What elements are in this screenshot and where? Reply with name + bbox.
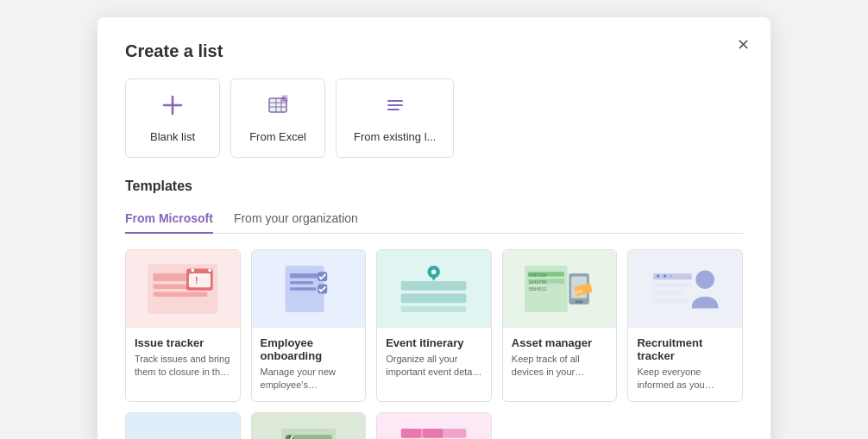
templates-section-title: Templates — [125, 179, 743, 194]
svg-rect-28 — [401, 293, 467, 303]
template-thumb-asset: 5487156 1649786 5564512 25$ — [503, 250, 617, 328]
svg-text:5487156: 5487156 — [529, 273, 547, 278]
template-card-issue-tracker[interactable]: ! Issue tracker Track issues and bring t… — [125, 249, 241, 402]
template-desc-issue: Track issues and bring them to closure i… — [135, 353, 231, 379]
template-card-content-scheduler[interactable]: ✦ Content scheduler Plan, schedule, and … — [376, 412, 492, 439]
svg-text:!: ! — [195, 275, 198, 285]
svg-text:1649786: 1649786 — [529, 279, 547, 285]
create-list-modal: Create a list ✕ Blank list — [97, 17, 771, 439]
close-button[interactable]: ✕ — [729, 31, 757, 59]
svg-rect-51 — [652, 291, 683, 295]
template-name-event: Event itinerary — [386, 336, 482, 349]
svg-text:E: E — [282, 96, 286, 102]
template-info-event: Event itinerary Organize all your import… — [377, 328, 491, 388]
template-info-employee: Employee onboarding Manage your new empl… — [252, 328, 366, 401]
from-existing-label: From existing l... — [354, 130, 436, 143]
svg-rect-24 — [290, 287, 317, 291]
template-thumb-issue: ! — [126, 250, 240, 328]
svg-text:★: ★ — [668, 273, 672, 279]
svg-rect-42 — [576, 301, 583, 304]
template-card-work-progress[interactable]: Work progress tracker Track priorities a… — [251, 412, 367, 439]
svg-rect-66 — [401, 429, 421, 438]
blank-list-label: Blank list — [150, 130, 195, 143]
template-desc-employee: Manage your new employee's onboarding pr… — [261, 366, 357, 392]
template-card-event-itinerary[interactable]: Event itinerary Organize all your import… — [376, 249, 492, 402]
template-thumb-event — [377, 250, 491, 328]
from-excel-label: From Excel — [249, 130, 306, 143]
template-card-employee-onboarding[interactable]: Employee onboarding Manage your new empl… — [251, 249, 367, 402]
template-card-travel-requests[interactable]: 👍 👍 Travel requests Manage all your t — [125, 412, 241, 439]
template-thumb-content: ✦ — [377, 413, 491, 439]
svg-text:★: ★ — [656, 273, 660, 279]
from-excel-option[interactable]: E From Excel — [230, 78, 325, 158]
template-desc-asset: Keep track of all devices in your organi… — [512, 353, 608, 379]
svg-point-45 — [695, 270, 714, 289]
svg-point-20 — [208, 269, 211, 273]
svg-rect-15 — [154, 292, 208, 297]
template-thumb-employee — [252, 250, 366, 328]
template-thumb-recruitment: ★ ★ ★ — [628, 250, 742, 328]
blank-list-option[interactable]: Blank list — [125, 78, 220, 158]
template-info-issue: Issue tracker Track issues and bring the… — [126, 328, 240, 388]
template-name-employee: Employee onboarding — [261, 336, 357, 362]
from-existing-option[interactable]: From existing l... — [336, 78, 454, 158]
template-desc-recruitment: Keep everyone informed as you recruit, i… — [637, 366, 733, 392]
modal-title: Create a list — [125, 41, 743, 61]
template-info-recruitment: Recruitment tracker Keep everyone inform… — [628, 328, 742, 401]
list-icon — [383, 93, 407, 123]
svg-rect-67 — [423, 429, 443, 438]
svg-rect-23 — [290, 281, 313, 285]
plus-icon — [160, 93, 185, 123]
create-options-row: Blank list E From Excel — [125, 78, 743, 158]
svg-rect-50 — [652, 283, 691, 287]
svg-rect-27 — [401, 281, 467, 291]
svg-text:★: ★ — [662, 273, 666, 279]
templates-grid: ! Issue tracker Track issues and bring t… — [125, 249, 743, 439]
tabs-row: From Microsoft From your organization — [125, 204, 743, 234]
svg-rect-29 — [401, 306, 467, 312]
template-card-asset-manager[interactable]: 5487156 1649786 5564512 25$ — [502, 249, 618, 402]
tab-from-org[interactable]: From your organization — [234, 204, 358, 234]
svg-rect-52 — [652, 298, 688, 303]
excel-icon: E — [266, 93, 290, 123]
svg-point-32 — [431, 270, 436, 274]
template-thumb-work — [252, 413, 366, 439]
template-card-recruitment-tracker[interactable]: ★ ★ ★ Recruitment tracker Keep everyone … — [627, 249, 743, 402]
svg-point-19 — [192, 269, 195, 273]
svg-rect-22 — [290, 273, 319, 278]
tab-from-microsoft[interactable]: From Microsoft — [125, 204, 213, 234]
svg-text:5564512: 5564512 — [529, 286, 547, 292]
svg-rect-17 — [189, 273, 211, 287]
template-desc-event: Organize all your important event detail… — [386, 353, 482, 379]
template-thumb-travel: 👍 👍 — [126, 413, 240, 439]
template-name-asset: Asset manager — [512, 336, 608, 349]
template-info-asset: Asset manager Keep track of all devices … — [503, 328, 617, 388]
template-name-issue: Issue tracker — [135, 336, 231, 349]
template-name-recruitment: Recruitment tracker — [637, 336, 733, 362]
